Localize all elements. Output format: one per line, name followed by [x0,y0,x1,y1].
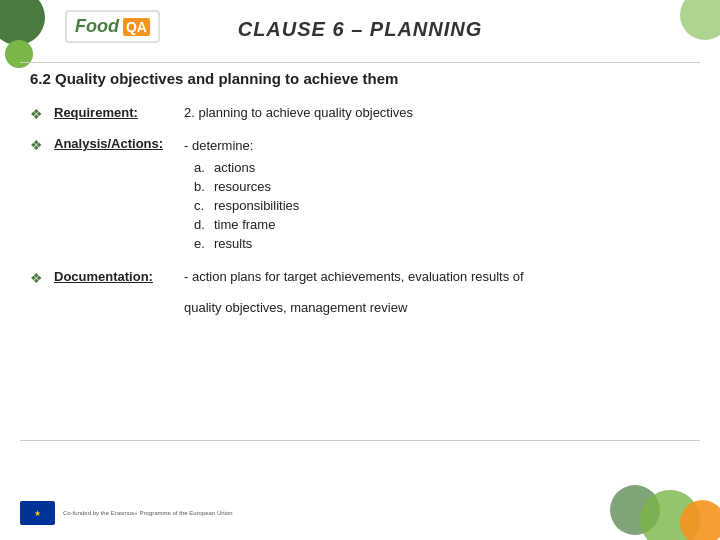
bullet-symbol-1: ❖ [30,106,46,122]
sub-list: a. actions b. resources c. responsibilit… [194,160,299,251]
eu-flag-icon: ★ [20,501,55,525]
sub-letter-e: e. [194,236,214,251]
page-title: CLAUSE 6 – PLANNING [0,18,720,41]
eu-funding-text: Co-funded by the Erasmus+ Programme of t… [63,509,233,517]
bullet-symbol-3: ❖ [30,270,46,286]
documentation-continuation: quality objectives, management review [184,300,690,315]
bullet-row-documentation: ❖ Documentation: - action plans for targ… [30,269,690,286]
sub-text-b: resources [214,179,271,194]
green-circle-small [5,40,33,68]
sub-text-d: time frame [214,217,275,232]
main-content: 6.2 Quality objectives and planning to a… [30,70,690,440]
footer-logos: ★ Co-funded by the Erasmus+ Programme of… [20,501,233,525]
bullet-row-requirement: ❖ Requirement: 2. planning to achieve qu… [30,105,690,122]
sub-text-c: responsibilities [214,198,299,213]
bullet-symbol-2: ❖ [30,137,46,153]
footer-divider [20,440,700,441]
sub-item-e: e. results [194,236,299,251]
sub-text-e: results [214,236,252,251]
sub-item-a: a. actions [194,160,299,175]
section-heading: 6.2 Quality objectives and planning to a… [30,70,690,87]
sub-letter-b: b. [194,179,214,194]
sub-letter-d: d. [194,217,214,232]
sub-text-a: actions [214,160,255,175]
sub-letter-a: a. [194,160,214,175]
analysis-label: Analysis/Actions: [54,136,184,151]
sub-letter-c: c. [194,198,214,213]
bullet-row-analysis: ❖ Analysis/Actions: - determine: a. acti… [30,136,690,255]
sub-item-d: d. time frame [194,217,299,232]
documentation-label: Documentation: [54,269,184,284]
analysis-content-block: - determine: a. actions b. resources c. … [184,136,299,255]
deco-bottom-right [620,450,720,540]
requirement-content: 2. planning to achieve quality objective… [184,105,690,120]
sub-item-b: b. resources [194,179,299,194]
br-circle-3 [680,500,720,540]
requirement-label: Requirement: [54,105,184,120]
sub-item-c: c. responsibilities [194,198,299,213]
header-divider [20,62,700,63]
analysis-content: - determine: [184,138,253,153]
documentation-content: - action plans for target achievements, … [184,269,690,284]
